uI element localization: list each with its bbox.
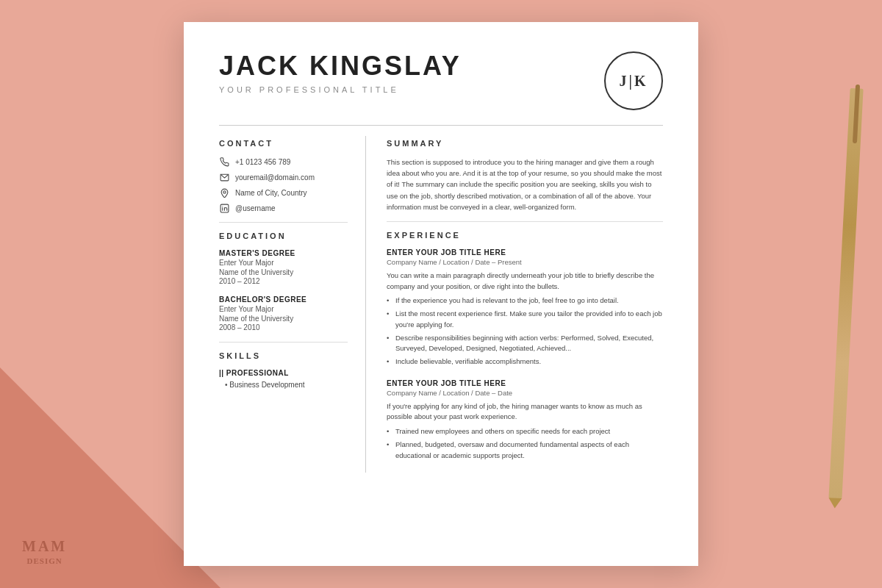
resume-professional-title: YOUR PROFESSIONAL TITLE [219,85,462,94]
email-value: youremail@domain.com [235,173,315,182]
job-1-company: Company Name / Location / Date – Date [387,389,663,397]
pen-decoration [828,88,863,500]
job-1-title: ENTER YOUR JOB TITLE HERE [387,379,663,387]
job-0-bullet-0: If the experience you had is relevant to… [387,295,663,306]
masters-school: Name of the University [219,268,348,276]
phone-icon [219,157,229,167]
contact-phone: +1 0123 456 789 [219,157,348,167]
contact-location: Name of City, Country [219,187,348,198]
education-bachelors: BACHELOR'S DEGREE Enter Your Major Name … [219,295,348,331]
summary-divider [387,221,663,222]
resume-name: JACK KINGSLAY [219,51,462,81]
bachelors-degree-label: BACHELOR'S DEGREE [219,295,348,304]
job-0-description: You can write a main paragraph directly … [387,270,663,292]
skills-section: SKILLS || PROFESSIONAL Business Developm… [219,351,348,389]
education-divider [219,342,348,343]
contact-linkedin: @username [219,203,348,213]
pen-tip [828,498,842,509]
location-icon [219,187,229,198]
location-value: Name of City, Country [235,189,307,197]
contact-divider [219,222,348,223]
header-divider [219,125,663,126]
contact-section: CONTACT +1 0123 456 789 [219,139,348,213]
job-1-bullet-1: Planned, budgeted, oversaw and documente… [387,440,663,461]
experience-heading: EXPERIENCE [387,231,663,240]
two-col-layout: CONTACT +1 0123 456 789 [219,136,663,473]
education-section: EDUCATION MASTER'S DEGREE Enter Your Maj… [219,232,348,331]
resume-header: JACK KINGSLAY YOUR PROFESSIONAL TITLE J|… [219,51,663,110]
experience-job-0: ENTER YOUR JOB TITLE HERE Company Name /… [387,248,663,368]
summary-heading: SUMMARY [387,139,663,148]
summary-section: SUMMARY This section is supposed to intr… [387,139,663,212]
masters-degree-label: MASTER'S DEGREE [219,249,348,257]
contact-email: youremail@domain.com [219,172,348,182]
skill-item-0: Business Development [219,381,348,389]
summary-text: This section is supposed to introduce yo… [387,157,663,212]
linkedin-icon [219,203,229,213]
linkedin-value: @username [235,204,276,212]
skills-category: || PROFESSIONAL [219,369,348,377]
bachelors-years: 2008 – 2010 [219,323,348,331]
job-0-bullet-3: Include believable, verifiable accomplis… [387,356,663,368]
experience-section: EXPERIENCE ENTER YOUR JOB TITLE HERE Com… [387,231,663,461]
job-1-description: If you're applying for any kind of job, … [387,401,663,423]
contact-heading: CONTACT [219,139,348,148]
education-masters: MASTER'S DEGREE Enter Your Major Name of… [219,249,348,285]
watermark: MAM DESIGN [22,537,67,566]
right-column: SUMMARY This section is supposed to intr… [366,136,663,473]
email-icon [219,172,229,182]
job-0-bullet-2: Describe responsibilities beginning with… [387,333,663,354]
bachelors-major: Enter Your Major [219,305,348,313]
skills-heading: SKILLS [219,351,348,360]
job-0-company: Company Name / Location / Date – Present [387,258,663,266]
job-1-bullets: Trained new employees and others on spec… [387,426,663,461]
masters-major: Enter Your Major [219,259,348,267]
bachelors-school: Name of the University [219,315,348,323]
job-0-bullet-1: List the most recent experience first. M… [387,309,663,330]
job-1-bullet-0: Trained new employees and others on spec… [387,426,663,437]
header-left: JACK KINGSLAY YOUR PROFESSIONAL TITLE [219,51,462,94]
monogram-circle: J|K [604,51,663,110]
job-0-title: ENTER YOUR JOB TITLE HERE [387,248,663,257]
experience-job-1: ENTER YOUR JOB TITLE HERE Company Name /… [387,379,663,462]
resume-paper: JACK KINGSLAY YOUR PROFESSIONAL TITLE J|… [184,22,698,566]
job-0-bullets: If the experience you had is relevant to… [387,295,663,367]
education-heading: EDUCATION [219,232,348,240]
masters-years: 2010 – 2012 [219,277,348,285]
svg-point-1 [223,190,225,193]
phone-value: +1 0123 456 789 [235,158,290,166]
left-column: CONTACT +1 0123 456 789 [219,136,366,473]
